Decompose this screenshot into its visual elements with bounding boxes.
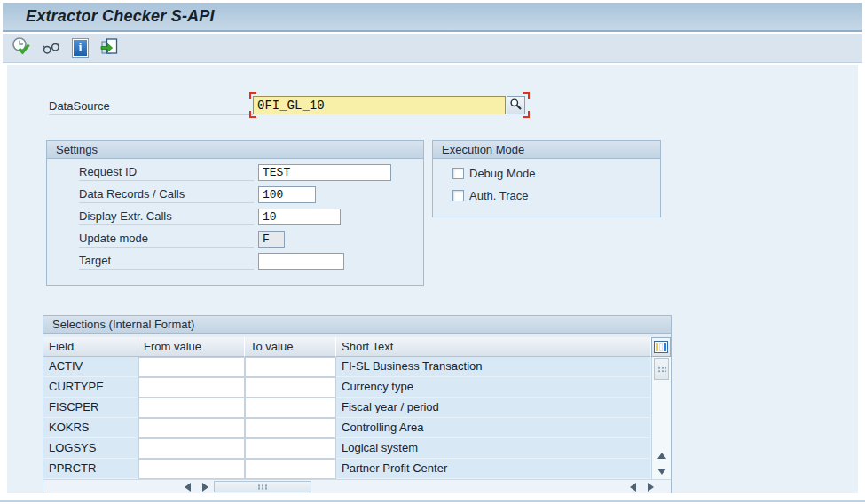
execution-mode-group-title: Execution Mode — [433, 141, 660, 159]
horizontal-scrollbar-thumb[interactable] — [214, 481, 311, 492]
from-value-cell[interactable] — [138, 398, 245, 418]
display-button[interactable] — [40, 37, 62, 59]
triangle-right-icon — [648, 483, 654, 492]
field-cell: KOKRS — [43, 418, 138, 438]
table-settings-button[interactable] — [651, 337, 671, 357]
table-row: FISCPER Fiscal year / period — [43, 398, 671, 418]
scroll-down-button[interactable] — [653, 463, 671, 479]
scroll-left-button[interactable] — [179, 480, 195, 493]
debug-mode-label: Debug Mode — [469, 167, 535, 180]
to-value-cell[interactable] — [245, 418, 336, 438]
datasource-input[interactable] — [253, 96, 506, 114]
execute-icon — [12, 36, 32, 59]
short-text-cell: Logical system — [336, 438, 651, 459]
table-row: KOKRS Controlling Area — [43, 418, 671, 438]
short-text-cell: Controlling Area — [336, 418, 651, 438]
display-extr-calls-input[interactable] — [258, 209, 341, 225]
field-cell: ACTIV — [43, 357, 138, 377]
column-header-short-text[interactable]: Short Text — [336, 337, 651, 357]
from-value-cell[interactable] — [138, 377, 245, 398]
search-icon — [509, 98, 523, 114]
main-content: DataSource Settings Request ID Data Reco… — [7, 65, 858, 493]
table-config-icon — [654, 341, 668, 353]
short-text-cell: FI-SL Business Transaction — [336, 357, 651, 377]
display-glasses-icon — [42, 37, 61, 59]
request-id-input[interactable] — [258, 164, 391, 181]
selections-group-title: Selections (Internal Format) — [43, 316, 671, 334]
settings-group: Settings Request ID Data Records / Calls… — [46, 140, 424, 286]
scroll-up-button[interactable] — [653, 447, 671, 463]
column-header-from-value[interactable]: From value — [138, 337, 245, 357]
field-cell: LOGSYS — [43, 438, 138, 459]
from-value-cell[interactable] — [138, 438, 245, 459]
sap-window: Extractor Checker S-API — [0, 0, 865, 504]
page-title: Extractor Checker S-API — [26, 3, 215, 30]
triangle-left-icon — [630, 483, 636, 492]
datasource-label: DataSource — [49, 98, 253, 115]
datasource-search-button[interactable] — [507, 96, 525, 114]
scroll-right-button-right[interactable] — [642, 480, 658, 493]
field-cell: CURTYPE — [43, 377, 138, 398]
display-extr-calls-label: Display Extr. Calls — [79, 209, 254, 225]
table-row: ACTIV FI-SL Business Transaction — [43, 357, 671, 377]
auth-trace-checkbox[interactable] — [452, 190, 464, 201]
application-toolbar: i — [3, 34, 862, 63]
window-bottom-edge — [0, 500, 865, 502]
to-value-cell[interactable] — [245, 357, 336, 377]
debug-mode-checkbox[interactable] — [452, 168, 464, 179]
data-records-calls-input[interactable] — [258, 186, 316, 203]
triangle-up-icon — [657, 453, 666, 459]
auth-trace-label: Auth. Trace — [469, 189, 528, 202]
scroll-left-button-right[interactable] — [625, 480, 641, 493]
table-row: CURTYPE Currency type — [43, 377, 671, 398]
short-text-cell: Partner Profit Center — [336, 459, 651, 479]
short-text-cell: Currency type — [336, 377, 651, 398]
data-records-calls-label: Data Records / Calls — [79, 186, 254, 203]
settings-group-title: Settings — [47, 141, 423, 159]
execution-mode-group: Execution Mode Debug Mode Auth. Trace — [432, 140, 661, 217]
from-value-cell[interactable] — [138, 459, 245, 479]
from-value-cell[interactable] — [138, 418, 245, 438]
to-value-cell[interactable] — [245, 438, 336, 459]
column-header-field[interactable]: Field — [43, 337, 138, 357]
table-row: LOGSYS Logical system — [43, 438, 671, 459]
from-value-cell[interactable] — [138, 357, 245, 377]
vertical-scrollbar-thumb[interactable] — [654, 358, 669, 380]
info-icon: i — [72, 38, 89, 58]
field-cell: FISCPER — [43, 398, 138, 418]
vertical-scrollbar[interactable] — [651, 357, 671, 479]
exit-button[interactable] — [98, 37, 121, 59]
short-text-cell: Fiscal year / period — [336, 398, 651, 418]
request-id-label: Request ID — [79, 164, 254, 181]
to-value-cell[interactable] — [245, 398, 336, 418]
triangle-left-icon — [185, 483, 191, 492]
column-header-to-value[interactable]: To value — [245, 337, 336, 357]
update-mode-label: Update mode — [79, 231, 254, 248]
target-input[interactable] — [258, 253, 344, 270]
title-bar: Extractor Checker S-API — [3, 3, 862, 32]
update-mode-input[interactable] — [258, 231, 285, 248]
info-button[interactable]: i — [69, 37, 91, 59]
field-cell: PPRCTR — [43, 459, 138, 479]
table-row: PPRCTR Partner Profit Center — [43, 459, 671, 479]
triangle-right-icon — [202, 483, 208, 492]
triangle-down-icon — [657, 469, 666, 475]
to-value-cell[interactable] — [245, 377, 336, 398]
exit-icon — [99, 36, 120, 59]
scroll-right-button[interactable] — [197, 480, 213, 493]
target-label: Target — [79, 253, 254, 270]
horizontal-scrollbar[interactable] — [43, 479, 671, 493]
execute-button[interactable] — [11, 37, 33, 59]
to-value-cell[interactable] — [245, 459, 336, 479]
selections-group: Selections (Internal Format) Field From … — [43, 315, 672, 493]
